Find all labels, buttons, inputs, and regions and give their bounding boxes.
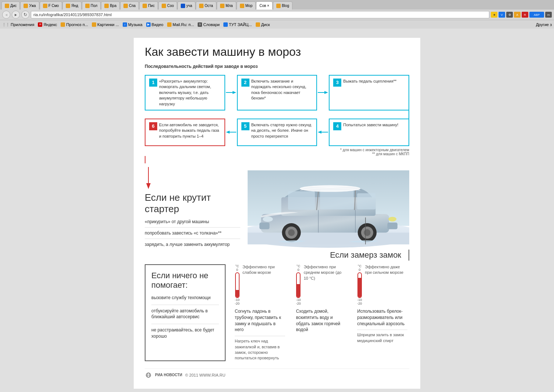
tab-sov[interactable]: Сов ×	[256, 1, 273, 10]
arrow-2-3	[317, 75, 329, 110]
step-1: 1 «Разогреть» аккумулятор: поморгать дал…	[145, 75, 225, 110]
tab-vra[interactable]: Вра	[101, 1, 120, 10]
tab-soo[interactable]: Соо	[158, 1, 177, 10]
svg-rect-16	[320, 190, 354, 209]
step-3-content: Выжать педаль сцепления**	[343, 79, 405, 84]
frozen-lock-title: Если замерз замок	[248, 250, 401, 260]
page-content: Как завести машину в мороз Последователь…	[134, 38, 420, 389]
tab-pis[interactable]: Пис	[139, 1, 158, 10]
subtitle: Последовательность действий при заводе в…	[145, 64, 409, 69]
arrow-5-4	[317, 119, 329, 146]
tab-dis[interactable]: Дис	[1, 1, 20, 10]
step-4: 4 Попытаться завести машину!	[329, 119, 409, 146]
steps-row-1: 1 «Разогреть» аккумулятор: поморгать дал…	[145, 75, 409, 110]
bm-slovari[interactable]: S Словари	[198, 22, 220, 27]
step-2: 2 Включить зажигание и подождать несколь…	[237, 75, 317, 110]
address-box[interactable]: ria.ru/infografika/20140115/989307837.ht…	[31, 11, 489, 18]
step-5-content: Включать стартер нужно секунд на десять,…	[251, 122, 313, 139]
bm-video[interactable]: ▶ Видео	[146, 22, 163, 27]
help-box: Если ничего не помогает: вызовите службу…	[145, 264, 226, 361]
bm-other[interactable]: Другие з	[536, 22, 552, 27]
step-5-number: 5	[241, 122, 249, 130]
bm-muzyka[interactable]: ♪ Музыка	[123, 22, 143, 27]
effectiveness-1: Эффективно при слабом морозе	[242, 264, 285, 276]
back-button[interactable]: ◂	[2, 11, 10, 19]
help-list: вызовите службу техпомощи отбуксируйте а…	[151, 295, 219, 340]
method-extra-1: Нагреть ключ над зажигалкой и, вставив в…	[235, 336, 285, 361]
svg-marker-7	[318, 131, 321, 134]
bm-apps[interactable]: ⋮⋮ Приложения	[2, 22, 34, 27]
svg-point-31	[364, 229, 370, 236]
bm-zajc[interactable]: ТУТ ЗАЙЦ...	[223, 22, 252, 27]
step-6-number: 6	[149, 122, 157, 130]
address-text: ria.ru/infografika/20140115/989307837.ht…	[33, 12, 112, 17]
effectiveness-2: Эффективно при среднем морозе (до 10 °С)	[304, 264, 346, 281]
svg-point-25	[388, 217, 396, 222]
step-4-content: Попытаться завести машину!	[343, 122, 405, 128]
bm-disk[interactable]: Диск	[256, 22, 270, 27]
bottom-section: Если ничего не помогает: вызовите службу…	[145, 264, 409, 361]
step-3-number: 3	[333, 79, 341, 87]
svg-marker-3	[324, 91, 328, 94]
help-title: Если ничего не помогает:	[151, 271, 219, 290]
bm-kartinki[interactable]: Картинки ...	[92, 22, 119, 27]
tab-osta[interactable]: Оста	[196, 1, 216, 10]
thermo-area-2: °C 0 -10 -20 Эффективно при среднем моро…	[296, 264, 346, 305]
tab-smo[interactable]: F Смо	[40, 1, 62, 10]
method-col-1: °C 0 -10 -20 Эффективно при слабом мороз…	[233, 264, 287, 361]
step-4-number: 4	[333, 122, 341, 130]
svg-rect-15	[288, 191, 315, 210]
step-6-content: Если автомобиль не заводится, попробуйте…	[159, 122, 221, 139]
step-2-number: 2	[241, 79, 249, 87]
bookmarks-bar: ⋮⋮ Приложения Я Яндекс Прогноз п... Карт…	[0, 20, 554, 29]
v-connector-left	[145, 156, 409, 163]
svg-point-24	[263, 217, 273, 222]
if-not-item-2: попробовать завестись «с толкача»**	[145, 231, 240, 239]
if-not-starter-list: «прикурить» от другой машины попробовать…	[145, 219, 240, 247]
arrow-1-2	[225, 75, 237, 110]
svg-marker-9	[146, 183, 151, 189]
svg-point-28	[288, 229, 295, 236]
tab-mla[interactable]: Мла	[217, 1, 236, 10]
step-2-content: Включить зажигание и подождать несколько…	[251, 79, 313, 101]
bm-yandex[interactable]: Я Яндекс	[38, 22, 57, 27]
tab-ynd[interactable]: Янд	[62, 1, 82, 10]
address-bar-row: ◂ ▸ ↻ ria.ru/infografika/20140115/989307…	[0, 10, 554, 20]
svg-point-32	[300, 185, 360, 192]
method-title-2: Сходить домой, вскипятить воду и обдать …	[296, 308, 346, 333]
svg-marker-1	[233, 91, 236, 94]
forward-button[interactable]: ▸	[12, 11, 20, 19]
v-connector-right	[145, 110, 409, 119]
tab-bar: Дис Ужа F Смо Янд Пол Вра Спа Пис Соо уч…	[0, 0, 554, 10]
method-col-2: °C 0 -10 -20 Эффективно при среднем моро…	[294, 264, 348, 361]
svg-marker-5	[226, 131, 230, 134]
bm-prognoz[interactable]: Прогноз п...	[61, 22, 88, 27]
tab-mor[interactable]: Мор	[237, 1, 256, 10]
method-title-3: Использовать брелок-размораживатель или …	[357, 308, 407, 327]
if-not-item-3: зарядить, а лучше заменить аккумулятор	[145, 242, 240, 247]
car-section: Если замерз замок	[248, 167, 409, 261]
bm-mail[interactable]: Mail.Ru: п...	[167, 22, 194, 27]
tab-spa[interactable]: Спа	[120, 1, 139, 10]
steps-wrapper: 1 «Разогреть» аккумулятор: поморгать дал…	[145, 75, 409, 163]
reload-button[interactable]: ↻	[21, 11, 29, 19]
steps-row-2: 6 Если автомобиль не заводится, попробуй…	[145, 119, 409, 146]
left-info-column: Если не крутит стартер «прикурить» от др…	[145, 167, 240, 261]
tab-uzha[interactable]: Ужа	[20, 1, 39, 10]
step-3: 3 Выжать педаль сцепления**	[329, 75, 409, 110]
help-item-2: отбуксируйте автомобиль в ближайший авто…	[151, 305, 219, 320]
tab-blog[interactable]: Blog	[273, 1, 292, 10]
arrow-6-5	[225, 119, 237, 146]
tab-pol[interactable]: Пол	[82, 1, 101, 10]
ria-logo: РИА НОВОСТИ	[155, 373, 182, 377]
footnotes: * для машин с инжекторным двигателем ** …	[145, 148, 409, 156]
svg-rect-23	[387, 222, 397, 229]
help-item-1: вызовите службу техпомощи	[151, 295, 219, 301]
help-item-3: не расстраивайтесь, все будет хорошо	[151, 324, 219, 340]
tab-ucha[interactable]: уча	[177, 1, 195, 10]
footer: РИА НОВОСТИ © 2011 WWW.RIA.RU	[145, 369, 409, 378]
svg-rect-22	[259, 222, 270, 229]
ria-globe-icon	[145, 373, 152, 378]
svg-rect-17	[357, 193, 375, 209]
thermo-area-3: °C 0 -10 -20 Эффективно даже при сильном…	[357, 264, 407, 305]
